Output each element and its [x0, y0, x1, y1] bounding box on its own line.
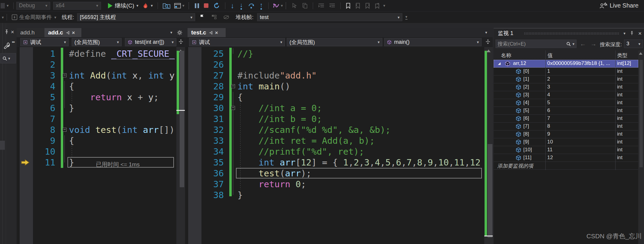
watch-name-cell[interactable]: arr,12 [494, 60, 545, 68]
chevron-down-icon[interactable]: ▾ [182, 4, 185, 8]
line-number[interactable]: 9 [17, 135, 55, 146]
watch-expression[interactable]: [9] [523, 139, 529, 145]
show-next-statement-icon[interactable]: ↓ [231, 2, 234, 9]
project-dropdown[interactable]: 调试 ▾ [20, 38, 69, 46]
watch-expression[interactable]: [8] [523, 131, 529, 137]
watch-row[interactable]: [1]2int [494, 75, 638, 83]
watch-name-cell[interactable]: [4] [494, 99, 545, 107]
line-number[interactable]: 6 [17, 103, 55, 114]
strip-search-box[interactable]: ▾ [0, 53, 16, 63]
pin-icon[interactable] [4, 30, 9, 34]
pin-icon[interactable] [209, 31, 213, 35]
watch-scrollbar[interactable] [638, 50, 644, 244]
solution-config-dropdown[interactable]: Debug▾ [16, 2, 50, 10]
watch-name-cell[interactable]: [0] [494, 68, 545, 75]
scroll-up-icon[interactable] [486, 50, 491, 52]
code-line-3[interactable]: 3int Add(int x, int y [17, 70, 176, 81]
live-share-button[interactable]: Live Share [599, 2, 639, 9]
line-number[interactable]: 3 [17, 70, 55, 81]
chevron-down-icon[interactable]: ▾ [572, 42, 574, 46]
intellitrace-icon[interactable] [273, 3, 280, 9]
watch-name-cell[interactable]: [6] [494, 115, 545, 123]
watch-name-cell[interactable]: [1] [494, 75, 545, 83]
watch-name-cell[interactable]: [2] [494, 83, 545, 91]
watch-title-bar[interactable]: 监视 1 ▾ × [494, 28, 644, 38]
code-line-7[interactable]: 7 [17, 114, 176, 124]
watch-name-cell[interactable]: [11] [494, 154, 545, 162]
watch-name-cell[interactable]: [10] [494, 146, 545, 154]
hot-reload-button[interactable]: ▾ [140, 1, 155, 10]
step-out-icon[interactable]: ↑ [260, 2, 263, 10]
watch-row[interactable]: [5]6int [494, 107, 638, 115]
watch-grid-header[interactable]: 名称 值 类型 [494, 50, 638, 60]
watch-expression[interactable]: [0] [523, 68, 529, 74]
code-area-test-c[interactable]: 25//}2627#include"add.h"28int main()29{3… [185, 47, 493, 244]
scrollbar-track[interactable] [484, 47, 493, 244]
watch-value[interactable]: 12 [545, 154, 615, 162]
continue-button[interactable]: 继续(C) ▾ [105, 1, 141, 10]
code-line-9[interactable]: 9{ [17, 135, 176, 146]
watch-value[interactable] [545, 162, 615, 170]
watch-value[interactable]: 3 [545, 83, 615, 91]
chevron-down-icon[interactable]: ▾ [281, 4, 283, 8]
line-number[interactable]: 34 [185, 146, 224, 157]
watch-search-input[interactable]: 搜索(Ctrl+E) ▾ [495, 40, 577, 48]
tab-add-h[interactable]: add.h [17, 28, 44, 37]
line-number[interactable]: 1 [17, 48, 55, 59]
split-editor-icon[interactable] [178, 39, 184, 44]
toolbar-overflow-icon[interactable]: ▾ [383, 4, 385, 8]
tab-list-chevron-icon[interactable]: ▾ [170, 30, 172, 34]
watch-row[interactable]: [11]12int [494, 154, 638, 162]
chevron-down-icon[interactable]: ▾ [2, 15, 4, 19]
restart-icon[interactable] [213, 2, 220, 9]
expand-toggle-icon[interactable] [498, 62, 501, 65]
watch-row[interactable]: [9]10int [494, 138, 638, 146]
watch-value[interactable]: 5 [545, 99, 615, 107]
collapsed-tab-highlight[interactable] [0, 141, 5, 150]
toolbar-overflow-icon[interactable]: ▾ [405, 15, 407, 20]
watch-expression[interactable]: [4] [523, 100, 529, 106]
line-number[interactable]: 29 [185, 92, 224, 103]
watch-expression[interactable]: 添加要监视的项 [497, 162, 533, 169]
line-number[interactable]: 26 [185, 59, 224, 70]
scrollbar-thumb[interactable] [639, 60, 643, 167]
watch-value[interactable]: 1 [545, 68, 615, 75]
watch-add-row[interactable]: 添加要监视的项 [494, 162, 638, 170]
watch-row[interactable]: [0]1int [494, 68, 638, 75]
close-icon[interactable]: × [11, 29, 14, 35]
fold-marker-icon[interactable] [63, 73, 67, 77]
pin-icon[interactable] [66, 31, 70, 35]
chevron-down-icon[interactable]: ▾ [54, 15, 57, 19]
watch-row[interactable]: [3]4int [494, 91, 638, 99]
code-line-11[interactable]: 11}已用时间 <= 1ms [17, 157, 176, 168]
member-dropdown[interactable]: main() ▾ [384, 38, 482, 46]
chevron-down-icon[interactable]: ▾ [7, 4, 9, 8]
line-number[interactable]: 8 [17, 124, 55, 135]
code-line-1[interactable]: 1#define _CRT_SECURE_ [17, 48, 176, 59]
watch-name-cell[interactable]: [8] [494, 130, 545, 138]
search-depth-dropdown[interactable]: 3 ▾ [624, 40, 643, 48]
watch-expression[interactable]: [1] [523, 76, 529, 82]
column-type[interactable]: 类型 [617, 52, 627, 59]
column-value[interactable]: 值 [548, 52, 553, 59]
line-number[interactable]: 2 [17, 59, 55, 70]
watch-value[interactable]: 7 [545, 115, 615, 123]
line-number[interactable]: 35 [185, 157, 224, 168]
line-number[interactable]: 36 [185, 168, 224, 179]
code-line-5[interactable]: 5 return x + y; [17, 92, 176, 103]
line-number[interactable]: 4 [17, 81, 55, 92]
tab-add-c[interactable]: add.c × [44, 28, 81, 37]
watch-expression[interactable]: [7] [523, 123, 529, 129]
watch-expression[interactable]: arr,12 [513, 60, 526, 66]
line-number[interactable]: 30 [185, 103, 224, 114]
watch-row[interactable]: arr,120x000000599b73fb18 {1, ...int[12] [494, 60, 638, 68]
fold-marker-icon[interactable] [231, 84, 235, 88]
watch-value[interactable]: 9 [545, 130, 615, 138]
line-number[interactable]: 10 [17, 146, 55, 157]
close-icon[interactable]: × [215, 30, 218, 35]
watch-row[interactable]: [8]9int [494, 130, 638, 138]
scope-dropdown[interactable]: (全局范围) ▾ [287, 38, 382, 46]
watch-name-cell[interactable]: [7] [494, 123, 545, 130]
stack-frame-dropdown[interactable]: test▾ [257, 13, 402, 21]
watch-value[interactable]: 2 [545, 75, 615, 83]
